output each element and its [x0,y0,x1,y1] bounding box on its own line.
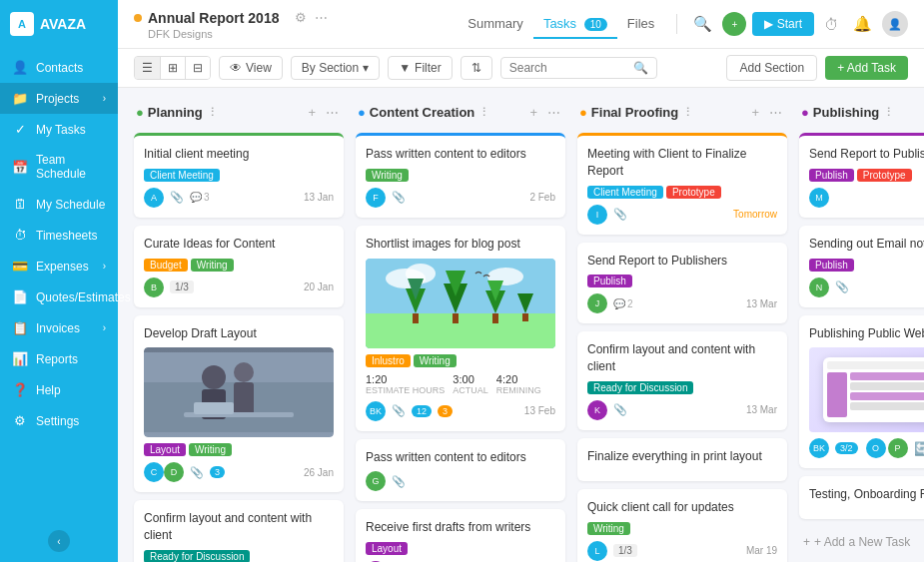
gear-icon[interactable]: ⚙ [293,8,309,27]
bell-icon[interactable]: 🔔 [849,11,876,37]
sidebar: A AVAZA 👤 Contacts 📁 Projects › ✓ My Tas… [0,0,118,562]
tasks-icon: ✓ [12,122,28,137]
preview-block-3 [850,392,924,400]
browser-content [827,372,924,417]
column-dot-publishing: ● [801,105,809,120]
timer-icon[interactable]: ⏱ [820,12,843,37]
comment-count: 💬 2 [613,298,633,309]
svg-rect-23 [522,313,528,321]
sidebar-item-expenses[interactable]: 💳 Expenses › [0,251,118,281]
filter-button[interactable]: ▼ Filter [388,56,453,80]
chevron-right-icon: › [103,261,106,272]
sidebar-item-label: Quotes/Estimates [36,290,131,304]
card-finalize-print[interactable]: Finalize everything in print layout [577,438,787,481]
add-section-button[interactable]: Add Section [726,55,817,81]
sidebar-item-quotes[interactable]: 📄 Quotes/Estimates [0,281,118,312]
column-add-button[interactable]: + [526,104,540,121]
sidebar-item-projects[interactable]: 📁 Projects › [0,83,118,114]
card-receive-drafts[interactable]: Receive first drafts from writers Layout… [356,509,565,562]
svg-rect-15 [413,313,419,323]
avatar: N [809,278,829,297]
avatar: J [587,293,607,313]
sidebar-item-invoices[interactable]: 📋 Invoices › [0,312,118,343]
ellipsis-icon[interactable]: ⋯ [313,8,330,27]
refresh-icon: 🔄 [914,441,924,456]
sidebar-logo[interactable]: A AVAZA [0,0,118,48]
nav-summary[interactable]: Summary [458,10,533,39]
card-publishing-webpages[interactable]: Publishing Public Webpages [799,315,924,469]
card-title: Finalize everything in print layout [587,448,777,465]
sidebar-item-timesheets[interactable]: ⏱ Timesheets [0,220,118,251]
card-pass-written[interactable]: Pass written content to editors Writing … [356,133,565,218]
column-add-button[interactable]: + [305,104,319,121]
actual-stat: 3:00 ACTUAL [453,373,488,395]
card-send-report-publishers[interactable]: Send Report to Publishers Publish Protot… [799,133,924,218]
sidebar-item-my-schedule[interactable]: 🗓 My Schedule [0,189,118,220]
column-more-button[interactable]: ⋯ [544,104,563,121]
sidebar-item-my-tasks[interactable]: ✓ My Tasks [0,114,118,145]
estimate-stat: 1:20 ESTIMATE HOURS [366,373,445,395]
view-button[interactable]: 👁 View [219,56,283,80]
sidebar-item-settings[interactable]: ⚙ Settings [0,405,118,436]
sidebar-item-label: Invoices [36,321,80,335]
list-view-button[interactable]: ☰ [135,57,161,79]
card-develop-draft[interactable]: Develop Draft Layout [134,315,344,493]
avatar: M [809,188,829,208]
nav-tasks[interactable]: Tasks 10 [533,10,617,39]
card-date: 13 Jan [304,192,334,203]
card-tags: Writing [366,169,555,182]
card-meeting-finalize[interactable]: Meeting with Client to Finalize Report C… [577,133,787,235]
user-avatar[interactable]: 👤 [882,11,908,37]
sidebar-item-help[interactable]: ❓ Help [0,374,118,405]
subtask-count: 1/3 [170,281,194,293]
sidebar-item-team-schedule[interactable]: 📅 Team Schedule [0,145,118,189]
card-send-report[interactable]: Send Report to Publishers Publish J 💬 2 … [577,243,787,324]
sidebar-item-contacts[interactable]: 👤 Contacts [0,52,118,83]
sidebar-item-label: Reports [36,352,78,366]
column-menu-icon: ⋮ [883,106,894,119]
planning-title: Planning [148,105,203,120]
columns-view-button[interactable]: ⊟ [186,57,210,79]
card-shortlist-images[interactable]: Shortlist images for blog post [356,226,565,431]
tag-prototype: Prototype [857,169,912,182]
column-add-button[interactable]: + [748,104,762,121]
card-footer: G 📎 [366,471,555,491]
column-title-publishing: ● Publishing ⋮ [801,105,894,120]
column-more-button[interactable]: ⋯ [323,104,342,121]
add-new-task-publishing[interactable]: + + Add a New Task [799,527,924,557]
grid-view-button[interactable]: ⊞ [161,57,186,79]
card-quick-call[interactable]: Quick client call for updates Writing L … [577,489,787,562]
column-more-button[interactable]: ⋯ [766,104,785,121]
card-testing-onboarding[interactable]: Testing, Onboarding Responses [799,476,924,519]
illustration [366,259,555,348]
sidebar-item-reports[interactable]: 📊 Reports [0,343,118,374]
card-email-notifications[interactable]: Sending out Email notifications Publish … [799,226,924,307]
card-date: 13 Mar [746,404,777,415]
card-footer: C D 📎 3 26 Jan [144,462,334,482]
column-header-content: ● Content Creation ⋮ + ⋯ [356,100,565,125]
sidebar-item-label: Settings [36,414,79,428]
search-icon[interactable]: 🔍 [689,11,716,37]
card-curate-ideas[interactable]: Curate Ideas for Content Budget Writing … [134,226,344,307]
attachment-icon: 📎 [170,191,184,204]
card-confirm-layout[interactable]: Confirm layout and content with client R… [134,500,344,562]
card-tags: Inlustro Writing [366,354,555,367]
start-timer-button[interactable]: ▶ Start [752,12,814,36]
tasks-badge: 10 [584,18,607,31]
card-tags: Ready for Discussion [587,381,777,394]
preview-sidebar [827,372,847,417]
avatar: BK [366,401,386,421]
card-pass-written-2[interactable]: Pass written content to editors G 📎 [356,439,565,502]
add-task-button[interactable]: + Add Task [825,56,908,80]
chevron-down-icon: ▾ [363,61,369,75]
sort-button[interactable]: ⇅ [461,56,492,80]
chevron-right-icon: › [103,93,106,104]
search-input[interactable] [509,61,629,75]
search-field[interactable]: 🔍 [500,57,657,79]
sidebar-collapse-button[interactable]: ‹ [48,530,70,552]
invoices-icon: 📋 [12,320,28,335]
nav-files[interactable]: Files [617,10,664,39]
card-confirm-layout-proofing[interactable]: Confirm layout and content with client R… [577,331,787,430]
card-initial-meeting[interactable]: Initial client meeting Client Meeting A … [134,133,344,218]
by-section-select[interactable]: By Section ▾ [291,56,380,80]
